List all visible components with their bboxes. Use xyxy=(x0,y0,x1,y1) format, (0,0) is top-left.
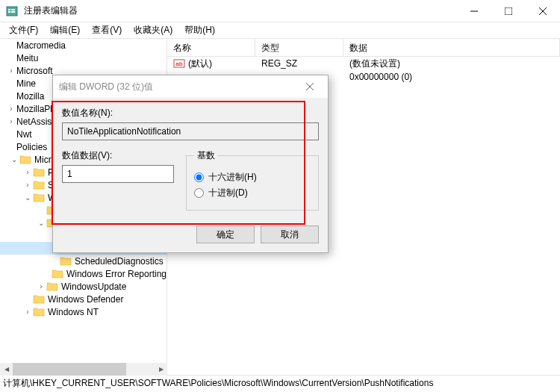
tree-label: Nwt xyxy=(16,129,32,140)
ok-button[interactable]: 确定 xyxy=(196,225,255,243)
close-button[interactable] xyxy=(526,0,560,22)
cell-data: (数值未设置) xyxy=(343,57,560,70)
radio-hex-input[interactable] xyxy=(194,172,204,182)
string-value-icon: ab xyxy=(173,57,185,69)
menu-help[interactable]: 帮助(H) xyxy=(178,22,221,38)
menubar: 文件(F) 编辑(E) 查看(V) 收藏夹(A) 帮助(H) xyxy=(0,22,560,39)
tree-label: Macromedia xyxy=(16,40,66,51)
scroll-right-button[interactable]: ▶ xyxy=(155,363,167,376)
menu-file[interactable]: 文件(F) xyxy=(3,22,44,38)
list-row[interactable]: ab(默认)REG_SZ(数值未设置) xyxy=(167,57,560,70)
tree-item[interactable]: ScheduledDiagnostics xyxy=(0,255,167,267)
base-legend: 基数 xyxy=(194,149,218,162)
cancel-button[interactable]: 取消 xyxy=(261,225,319,243)
tree-label: Windows Error Reporting xyxy=(66,269,167,279)
col-name[interactable]: 名称 xyxy=(167,39,255,56)
tree-item[interactable]: ›Windows NT xyxy=(0,305,167,318)
menu-edit[interactable]: 编辑(E) xyxy=(44,22,86,38)
tree-expander[interactable]: › xyxy=(22,308,33,316)
tree-label: Windows NT xyxy=(48,307,99,317)
value-data-label: 数值数据(V): xyxy=(62,149,174,162)
svg-rect-1 xyxy=(8,9,10,10)
folder-icon xyxy=(33,179,45,191)
svg-rect-3 xyxy=(11,9,15,10)
tree-expander[interactable]: › xyxy=(22,181,33,189)
tree-item[interactable]: Windows Defender xyxy=(0,293,167,305)
scroll-thumb[interactable] xyxy=(13,363,126,376)
svg-rect-4 xyxy=(11,11,15,13)
tree-label: Policies xyxy=(16,142,47,152)
radio-dec[interactable]: 十进制(D) xyxy=(194,187,311,199)
tree-expander[interactable]: ⌄ xyxy=(36,219,46,227)
dialog-close-button[interactable] xyxy=(298,78,322,96)
status-path: 计算机\HKEY_CURRENT_USER\SOFTWARE\Policies\… xyxy=(3,377,433,390)
base-fieldset: 基数 十六进制(H) 十进制(D) xyxy=(186,149,319,211)
window-title: 注册表编辑器 xyxy=(24,4,457,17)
window-controls xyxy=(457,0,560,22)
value-data-input[interactable] xyxy=(62,165,174,183)
col-data[interactable]: 数据 xyxy=(343,39,560,56)
tree-expander[interactable]: ⌄ xyxy=(22,193,33,202)
tree-item[interactable]: Windows Error Reporting xyxy=(0,267,167,280)
radio-dec-input[interactable] xyxy=(194,188,204,198)
tree-item[interactable]: ›WindowsUpdate xyxy=(0,280,167,293)
tree-item[interactable]: Meitu xyxy=(0,52,167,64)
statusbar: 计算机\HKEY_CURRENT_USER\SOFTWARE\Policies\… xyxy=(0,375,560,391)
tree-expander[interactable]: › xyxy=(6,105,16,113)
tree-label: Meitu xyxy=(16,53,38,63)
radio-hex[interactable]: 十六进制(H) xyxy=(194,171,311,184)
list-header: 名称 类型 数据 xyxy=(167,39,560,57)
folder-icon xyxy=(46,281,58,293)
folder-icon xyxy=(52,268,63,280)
tree-expander[interactable]: › xyxy=(6,117,16,125)
svg-text:ab: ab xyxy=(175,60,182,67)
cell-type: REG_SZ xyxy=(255,58,343,69)
folder-icon xyxy=(33,167,45,178)
col-type[interactable]: 类型 xyxy=(255,39,343,56)
tree-label: Microsoft xyxy=(16,66,53,76)
scroll-track[interactable] xyxy=(13,363,155,376)
tree-label: ScheduledDiagnostics xyxy=(75,256,164,267)
folder-icon xyxy=(60,255,72,267)
dialog-title: 编辑 DWORD (32 位)值 xyxy=(59,81,298,93)
cell-data: 0x00000000 (0) xyxy=(343,72,560,82)
tree-expander[interactable]: › xyxy=(36,282,46,290)
menu-favorites[interactable]: 收藏夹(A) xyxy=(128,22,178,38)
folder-icon xyxy=(19,154,31,166)
titlebar: 注册表编辑器 xyxy=(0,0,560,22)
minimize-button[interactable] xyxy=(457,0,491,22)
tree-label: WindowsUpdate xyxy=(61,281,126,292)
dialog-buttons: 确定 取消 xyxy=(53,220,328,252)
svg-rect-6 xyxy=(505,7,512,15)
tree-label: Windows Defender xyxy=(48,294,123,305)
svg-rect-2 xyxy=(8,11,10,13)
folder-icon xyxy=(33,192,45,204)
tree-item[interactable]: Macromedia xyxy=(0,39,167,52)
tree-expander[interactable]: › xyxy=(22,168,33,176)
maximize-button[interactable] xyxy=(491,0,526,22)
tree-expander[interactable]: ⌄ xyxy=(9,155,19,164)
scroll-left-button[interactable]: ◀ xyxy=(0,363,13,376)
tree-expander[interactable]: › xyxy=(6,66,16,75)
folder-icon xyxy=(33,306,45,318)
value-name-label: 数值名称(N): xyxy=(62,107,319,119)
tree-label: Mozilla xyxy=(16,91,44,102)
edit-dword-dialog: 编辑 DWORD (32 位)值 数值名称(N): 数值数据(V): 基数 十六… xyxy=(52,75,329,253)
folder-icon xyxy=(33,293,45,305)
cell-name: ab(默认) xyxy=(167,57,255,70)
value-name-input[interactable] xyxy=(62,122,319,140)
dialog-body: 数值名称(N): 数值数据(V): 基数 十六进制(H) 十进制(D) xyxy=(53,98,328,220)
app-icon xyxy=(6,5,18,17)
menu-view[interactable]: 查看(V) xyxy=(86,22,128,38)
dialog-titlebar[interactable]: 编辑 DWORD (32 位)值 xyxy=(53,75,328,98)
tree-label: Mine xyxy=(16,78,36,89)
tree-scrollbar-horizontal[interactable]: ◀ ▶ xyxy=(0,363,167,376)
